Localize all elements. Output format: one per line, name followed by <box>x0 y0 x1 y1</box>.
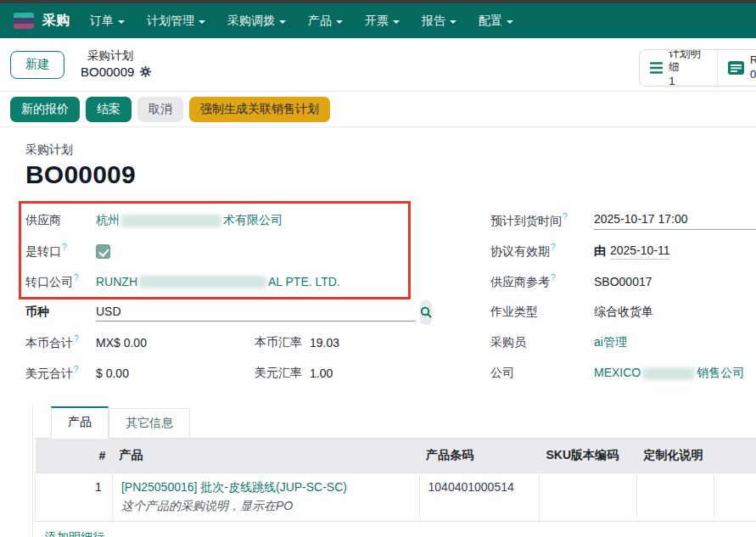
local-total-label: 本币合计? <box>25 334 96 351</box>
supplier-link[interactable]: 杭州术有限公司 <box>96 213 283 228</box>
usd-total-label: 美元合计? <box>25 365 96 382</box>
is-reexport-checkbox[interactable] <box>96 244 110 259</box>
currency-input[interactable] <box>96 303 416 322</box>
nav-item-purchase-transfer[interactable]: 采购调拨 <box>227 14 286 29</box>
table-row[interactable]: 1 [PN25050016] 批次-皮线跳线(JUP-SC-SC) 这个产品的采… <box>36 473 756 521</box>
col-header-barcode[interactable]: 产品条码 <box>419 439 539 473</box>
company-link[interactable]: MEXICO销售公司 <box>594 366 744 381</box>
usd-rate-value: 1.00 <box>310 366 333 380</box>
agreement-from-word: 由 <box>594 243 606 257</box>
agreement-label: 协议有效期? <box>490 243 594 260</box>
col-header-sku[interactable]: SKU版本编码 <box>539 439 636 473</box>
currency-label: 币种 <box>25 305 96 320</box>
breadcrumb: 采购计划 BO00009 <box>81 48 152 80</box>
field-reexport-company: 转口公司? RUNZHAL PTE. LTD. <box>25 266 424 297</box>
field-company: 公司 MEXICO销售公司 <box>490 358 756 389</box>
new-quote-button[interactable]: 新的报价 <box>10 97 80 122</box>
field-buyer: 采购员 ai管理 <box>490 327 756 358</box>
operation-type-value: 综合收货单 <box>594 305 653 320</box>
nav-item-invoicing[interactable]: 开票 <box>365 14 400 29</box>
nav-item-orders[interactable]: 订单 <box>90 14 125 29</box>
form-sheet: 采购计划 BO00009 供应商 杭州术有限公司 是转口? 转口公司? RUNZ… <box>0 127 756 537</box>
buyer-link[interactable]: ai管理 <box>594 335 627 350</box>
tab-bar: 产品 其它信息 <box>35 406 756 439</box>
col-header-qty[interactable]: 数量 <box>714 439 756 473</box>
usd-total-value: $ 0.00 <box>96 366 255 380</box>
page-title: BO00009 <box>25 160 756 189</box>
gear-icon[interactable] <box>139 65 152 78</box>
dropdown-caret-icon <box>507 20 513 24</box>
field-currency: 币种 <box>25 297 424 327</box>
eta-label: 预计到货时间? <box>490 212 594 229</box>
table-header-row: # 产品 产品条码 SKU版本编码 定制化说明 数量 <box>36 439 756 473</box>
is-reexport-label: 是转口? <box>25 243 96 260</box>
eta-input[interactable]: 2025-10-17 17:00 <box>594 212 756 230</box>
sheet-label: 采购计划 <box>25 143 756 158</box>
smart-button-group: 计划明细1 R0 <box>639 49 756 87</box>
field-usd-total: 美元合计? $ 0.00 美元汇率 1.00 <box>25 358 424 389</box>
operation-type-label: 作业类型 <box>490 305 594 320</box>
app-logo-icon[interactable] <box>14 13 34 29</box>
field-is-reexport: 是转口? <box>25 236 424 266</box>
nav-item-products[interactable]: 产品 <box>308 14 343 29</box>
product-note: 这个产品的采购说明，显示在PO <box>121 499 411 514</box>
dropdown-caret-icon <box>279 20 286 24</box>
list-icon <box>650 61 663 75</box>
field-operation-type: 作业类型 综合收货单 <box>490 297 756 327</box>
col-header-index[interactable]: # <box>36 439 113 473</box>
cancel-button[interactable]: 取消 <box>137 97 183 122</box>
supplier-label: 供应商 <box>25 213 96 228</box>
company-label: 公司 <box>490 366 594 381</box>
card-icon <box>728 61 744 75</box>
add-line-link[interactable]: 添加明细行 <box>45 530 104 537</box>
main-navbar: 采购 订单 计划管理 采购调拨 产品 开票 报告 配置 <box>0 3 756 38</box>
cell-product: [PN25050016] 批次-皮线跳线(JUP-SC-SC) 这个产品的采购说… <box>112 473 419 521</box>
form-col-left: 供应商 杭州术有限公司 是转口? 转口公司? RUNZHAL PTE. LTD.… <box>25 205 424 389</box>
field-agreement-validity: 协议有效期? 由2025-10-11 <box>490 236 756 266</box>
tab-other-info[interactable]: 其它信息 <box>109 408 190 439</box>
form-grid: 供应商 杭州术有限公司 是转口? 转口公司? RUNZHAL PTE. LTD.… <box>25 205 756 389</box>
order-lines-table: # 产品 产品条码 SKU版本编码 定制化说明 数量 1 [PN25050016… <box>35 439 756 522</box>
close-case-button[interactable]: 结案 <box>86 97 132 122</box>
breadcrumb-parent[interactable]: 采购计划 <box>81 48 152 64</box>
usd-rate-label: 美元汇率 <box>255 366 302 381</box>
force-generate-sales-plan-button[interactable]: 强制生成关联销售计划 <box>189 97 330 122</box>
local-rate-label: 本币汇率 <box>255 335 302 350</box>
redaction-blur <box>642 367 695 380</box>
nav-item-reports[interactable]: 报告 <box>422 14 456 29</box>
cell-qty: 90.0 <box>714 473 756 521</box>
notebook: 产品 其它信息 # 产品 产品条码 SKU版本编码 定制化说明 数量 1 <box>32 406 756 537</box>
dropdown-caret-icon <box>336 20 343 24</box>
reexport-company-label: 转口公司? <box>25 273 96 290</box>
dropdown-caret-icon <box>118 20 125 24</box>
statusbar: 新的报价 结案 取消 强制生成关联销售计划 <box>0 92 756 127</box>
nav-menu: 订单 计划管理 采购调拨 产品 开票 报告 配置 <box>90 14 513 29</box>
product-link[interactable]: [PN25050016] 批次-皮线跳线(JUP-SC-SC) <box>121 480 347 494</box>
redaction-blur <box>121 215 221 227</box>
agreement-date-input[interactable]: 2025-10-11 <box>610 243 670 260</box>
field-eta: 预计到货时间? 2025-10-17 17:00 <box>490 205 756 236</box>
field-supplier: 供应商 杭州术有限公司 <box>25 205 424 236</box>
app-name[interactable]: 采购 <box>42 12 70 30</box>
col-header-product[interactable]: 产品 <box>112 439 419 473</box>
reexport-company-link[interactable]: RUNZHAL PTE. LTD. <box>96 275 340 289</box>
smart-button-plan-detail[interactable]: 计划明细1 <box>640 50 718 86</box>
col-header-custom[interactable]: 定制化说明 <box>637 439 714 473</box>
local-rate-value: 19.03 <box>310 336 339 350</box>
redaction-blur <box>139 276 266 288</box>
vendor-ref-label: 供应商参考? <box>490 273 594 290</box>
cell-index: 1 <box>36 473 113 521</box>
cell-barcode: 1040401000514 <box>419 473 539 521</box>
new-button[interactable]: 新建 <box>10 51 64 79</box>
tab-products[interactable]: 产品 <box>51 406 109 439</box>
local-total-value: MX$ 0.00 <box>96 336 255 350</box>
smart-button-second[interactable]: R0 <box>718 50 756 86</box>
dropdown-caret-icon <box>199 20 205 24</box>
form-col-right: 预计到货时间? 2025-10-17 17:00 协议有效期? 由2025-10… <box>424 205 756 389</box>
breadcrumb-current: BO00009 <box>81 64 152 81</box>
nav-item-plan-management[interactable]: 计划管理 <box>147 14 205 29</box>
nav-item-configuration[interactable]: 配置 <box>479 14 513 29</box>
vendor-ref-input[interactable]: SBO00017 <box>594 275 652 288</box>
cell-custom <box>637 473 714 521</box>
dropdown-caret-icon <box>450 20 456 24</box>
